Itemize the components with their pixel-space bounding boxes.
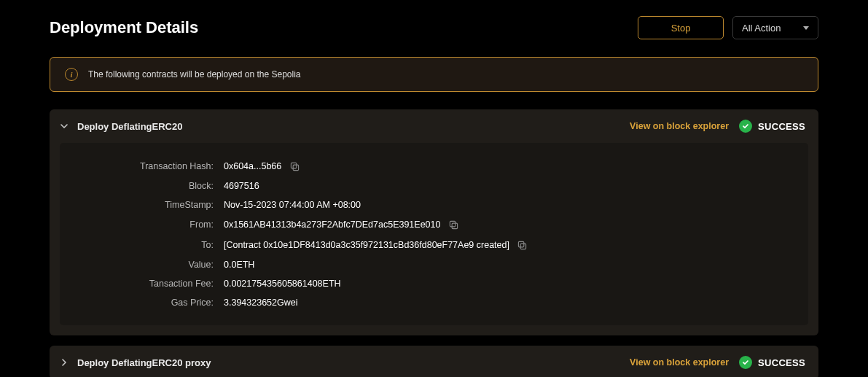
- row-label: TimeStamp:: [60, 200, 224, 210]
- row-label: Block:: [60, 181, 224, 191]
- info-icon: i: [65, 68, 78, 81]
- row-value: Nov-15-2023 07:44:00 AM +08:00: [224, 200, 361, 210]
- svg-rect-3: [450, 221, 455, 226]
- deployment-notice: i The following contracts will be deploy…: [50, 57, 818, 92]
- svg-rect-0: [293, 165, 298, 170]
- row-value: 0x604a...5b66: [224, 161, 281, 171]
- section-header-right: View on block explorer SUCCESS: [630, 356, 805, 369]
- section-toggle[interactable]: Deploy DeflatingERC20: [60, 121, 182, 132]
- svg-rect-1: [291, 163, 296, 168]
- deployment-section: Deploy DeflatingERC20 proxy View on bloc…: [50, 346, 818, 377]
- chevron-down-icon: [60, 122, 69, 131]
- row-tx-hash: Transaction Hash: 0x604a...5b66: [60, 156, 792, 176]
- row-label: Value:: [60, 260, 224, 270]
- check-icon: [739, 120, 752, 133]
- row-label: Gas Price:: [60, 298, 224, 308]
- row-block: Block: 4697516: [60, 176, 792, 195]
- section-header: Deploy DeflatingERC20 proxy View on bloc…: [50, 346, 818, 377]
- row-from: From: 0x1561AB41313b4a273F2Abfc7DEd7ac5E…: [60, 214, 792, 235]
- status-badge: SUCCESS: [739, 356, 805, 369]
- svg-rect-5: [519, 241, 524, 246]
- action-dropdown-label: All Action: [742, 23, 781, 34]
- section-header: Deploy DeflatingERC20 View on block expl…: [50, 109, 818, 143]
- chevron-right-icon: [60, 358, 69, 367]
- row-label: Tansaction Fee:: [60, 279, 224, 289]
- svg-rect-4: [521, 244, 526, 249]
- row-tx-fee: Tansaction Fee: 0.002175435605861408ETH: [60, 274, 792, 293]
- status-badge: SUCCESS: [739, 120, 805, 133]
- section-title: Deploy DeflatingERC20: [77, 121, 182, 132]
- row-label: To:: [60, 240, 224, 250]
- copy-icon[interactable]: [517, 239, 528, 251]
- row-label: Transaction Hash:: [60, 161, 224, 171]
- row-gas-price: Gas Price: 3.394323652Gwei: [60, 293, 792, 312]
- row-value: 4697516: [224, 181, 259, 191]
- copy-icon[interactable]: [289, 160, 300, 172]
- svg-rect-2: [452, 223, 457, 228]
- section-title: Deploy DeflatingERC20 proxy: [77, 357, 211, 368]
- page-title: Deployment Details: [50, 18, 198, 37]
- chevron-down-icon: [803, 26, 809, 30]
- block-explorer-link[interactable]: View on block explorer: [630, 357, 729, 368]
- row-value: 0x1561AB41313b4a273F2Abfc7DEd7ac5E391Ee0…: [224, 219, 440, 230]
- copy-icon[interactable]: [447, 219, 459, 230]
- row-value: 0.0ETH: [224, 260, 254, 270]
- notice-text: The following contracts will be deployed…: [88, 69, 301, 79]
- section-toggle[interactable]: Deploy DeflatingERC20 proxy: [60, 357, 211, 368]
- row-timestamp: TimeStamp: Nov-15-2023 07:44:00 AM +08:0…: [60, 195, 792, 214]
- section-body: Transaction Hash: 0x604a...5b66 Block: 4…: [60, 143, 808, 325]
- status-text: SUCCESS: [758, 357, 805, 368]
- section-header-right: View on block explorer SUCCESS: [630, 120, 805, 133]
- row-to: To: [Contract 0x10e1DF8413d0a3c35f972131…: [60, 235, 792, 255]
- row-value: Value: 0.0ETH: [60, 255, 792, 274]
- block-explorer-link[interactable]: View on block explorer: [630, 121, 729, 131]
- status-text: SUCCESS: [758, 121, 805, 132]
- row-value: 0.002175435605861408ETH: [224, 279, 341, 289]
- header: Deployment Details Stop All Action: [50, 16, 818, 39]
- row-value: 3.394323652Gwei: [224, 298, 297, 308]
- check-icon: [739, 356, 752, 369]
- row-value: [Contract 0x10e1DF8413d0a3c35f972131cBd3…: [224, 240, 509, 250]
- deployment-section: Deploy DeflatingERC20 View on block expl…: [50, 109, 818, 335]
- row-label: From:: [60, 219, 224, 230]
- header-actions: Stop All Action: [638, 16, 818, 39]
- action-dropdown[interactable]: All Action: [732, 16, 818, 39]
- stop-button[interactable]: Stop: [638, 16, 724, 39]
